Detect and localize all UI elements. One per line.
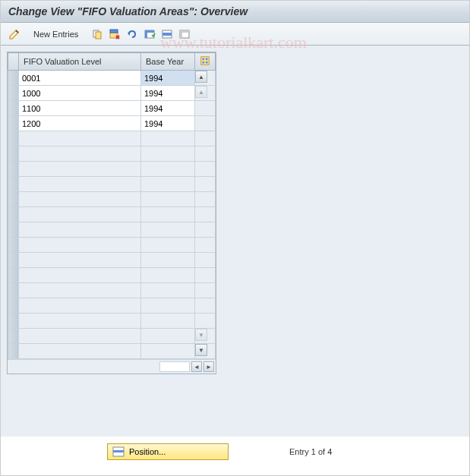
table-settings-button[interactable] bbox=[195, 53, 216, 71]
scrollbar-cell[interactable] bbox=[195, 162, 216, 177]
row-selector-header[interactable] bbox=[8, 53, 19, 71]
year-input[interactable] bbox=[141, 162, 194, 176]
table-row bbox=[8, 192, 216, 207]
select-all-icon[interactable] bbox=[142, 27, 157, 42]
year-input[interactable] bbox=[141, 329, 194, 343]
year-input[interactable] bbox=[141, 147, 194, 161]
table-row bbox=[8, 147, 216, 162]
level-input[interactable] bbox=[19, 162, 140, 176]
scroll-down-icon[interactable]: ▼ bbox=[195, 344, 207, 356]
scrollbar-cell[interactable] bbox=[195, 238, 216, 253]
undo-icon[interactable] bbox=[125, 27, 140, 42]
position-button[interactable]: Position... bbox=[107, 443, 229, 460]
row-selector[interactable] bbox=[8, 222, 19, 238]
level-input[interactable] bbox=[19, 147, 140, 161]
pencil-icon[interactable] bbox=[7, 27, 22, 42]
year-input[interactable] bbox=[141, 238, 194, 252]
scrollbar-cell[interactable] bbox=[195, 268, 216, 283]
level-input[interactable] bbox=[19, 268, 140, 282]
scroll-up-icon[interactable]: ▲ bbox=[195, 71, 207, 83]
table-row bbox=[8, 268, 216, 283]
year-input[interactable] bbox=[141, 207, 194, 222]
scrollbar-cell[interactable] bbox=[195, 222, 216, 238]
scrollbar-cell: ▼ bbox=[195, 344, 216, 359]
column-header-level[interactable]: FIFO Valuation Level bbox=[19, 53, 141, 71]
year-input[interactable] bbox=[141, 86, 194, 100]
year-input[interactable] bbox=[141, 253, 194, 267]
level-input[interactable] bbox=[19, 116, 140, 131]
new-entries-button[interactable]: New Entries bbox=[27, 28, 84, 40]
row-selector[interactable] bbox=[8, 86, 19, 101]
year-input[interactable] bbox=[141, 192, 194, 206]
level-input[interactable] bbox=[19, 298, 140, 313]
row-selector[interactable] bbox=[8, 283, 19, 298]
row-selector[interactable] bbox=[8, 329, 19, 344]
scrollbar-cell[interactable] bbox=[195, 207, 216, 222]
fifo-table: FIFO Valuation Level Base Year ▲▲▼▼ bbox=[8, 52, 216, 359]
level-input[interactable] bbox=[19, 71, 140, 85]
level-input[interactable] bbox=[19, 329, 140, 343]
table-row bbox=[8, 101, 216, 116]
row-selector[interactable] bbox=[8, 268, 19, 283]
h-scroll-right-icon[interactable]: ► bbox=[203, 361, 214, 372]
row-selector[interactable] bbox=[8, 298, 19, 314]
row-selector[interactable] bbox=[8, 253, 19, 268]
column-header-year[interactable]: Base Year bbox=[141, 53, 195, 71]
row-selector[interactable] bbox=[8, 147, 19, 162]
level-input[interactable] bbox=[19, 101, 140, 115]
level-input[interactable] bbox=[19, 253, 140, 267]
row-selector[interactable] bbox=[8, 207, 19, 222]
svg-rect-12 bbox=[201, 57, 210, 65]
select-block-icon[interactable] bbox=[159, 27, 175, 42]
row-selector[interactable] bbox=[8, 162, 19, 177]
select-delete-icon[interactable] bbox=[107, 27, 122, 42]
scrollbar-cell[interactable] bbox=[195, 131, 216, 147]
scrollbar-cell[interactable] bbox=[195, 177, 216, 192]
scrollbar-cell[interactable] bbox=[195, 283, 216, 298]
row-selector[interactable] bbox=[8, 177, 19, 192]
entry-status: Entry 1 of 4 bbox=[289, 447, 332, 456]
year-input[interactable] bbox=[141, 101, 194, 115]
level-input[interactable] bbox=[19, 177, 140, 191]
level-input[interactable] bbox=[19, 314, 140, 328]
row-selector[interactable] bbox=[8, 192, 19, 207]
copy-icon[interactable] bbox=[90, 27, 105, 42]
level-input[interactable] bbox=[19, 207, 140, 222]
deselect-icon[interactable] bbox=[177, 27, 192, 42]
level-input[interactable] bbox=[19, 131, 140, 146]
row-selector[interactable] bbox=[8, 314, 19, 329]
level-input[interactable] bbox=[19, 86, 140, 100]
year-input[interactable] bbox=[141, 298, 194, 313]
scrollbar-cell[interactable] bbox=[195, 101, 216, 116]
scrollbar-cell[interactable] bbox=[195, 298, 216, 314]
level-input[interactable] bbox=[19, 344, 140, 358]
row-selector[interactable] bbox=[8, 101, 19, 116]
year-input[interactable] bbox=[141, 344, 194, 358]
year-input[interactable] bbox=[141, 71, 194, 85]
year-input[interactable] bbox=[141, 268, 194, 282]
scrollbar-cell[interactable] bbox=[195, 314, 216, 329]
row-selector[interactable] bbox=[8, 344, 19, 359]
level-input[interactable] bbox=[19, 222, 140, 237]
row-selector[interactable] bbox=[8, 238, 19, 253]
h-scroll-track[interactable] bbox=[159, 361, 190, 372]
scroll-up-page-icon[interactable]: ▲ bbox=[195, 86, 207, 98]
row-selector[interactable] bbox=[8, 71, 19, 86]
row-selector[interactable] bbox=[8, 131, 19, 147]
year-input[interactable] bbox=[141, 314, 194, 328]
level-input[interactable] bbox=[19, 238, 140, 252]
year-input[interactable] bbox=[141, 177, 194, 191]
scrollbar-cell[interactable] bbox=[195, 253, 216, 268]
scrollbar-cell[interactable] bbox=[195, 192, 216, 207]
year-input[interactable] bbox=[141, 116, 194, 131]
year-input[interactable] bbox=[141, 283, 194, 298]
scroll-down-page-icon[interactable]: ▼ bbox=[195, 329, 207, 341]
year-input[interactable] bbox=[141, 131, 194, 146]
level-input[interactable] bbox=[19, 283, 140, 298]
scrollbar-cell[interactable] bbox=[195, 147, 216, 162]
row-selector[interactable] bbox=[8, 116, 19, 131]
year-input[interactable] bbox=[141, 222, 194, 237]
h-scroll-left-icon[interactable]: ◄ bbox=[191, 361, 202, 372]
level-input[interactable] bbox=[19, 192, 140, 206]
scrollbar-cell[interactable] bbox=[195, 116, 216, 131]
